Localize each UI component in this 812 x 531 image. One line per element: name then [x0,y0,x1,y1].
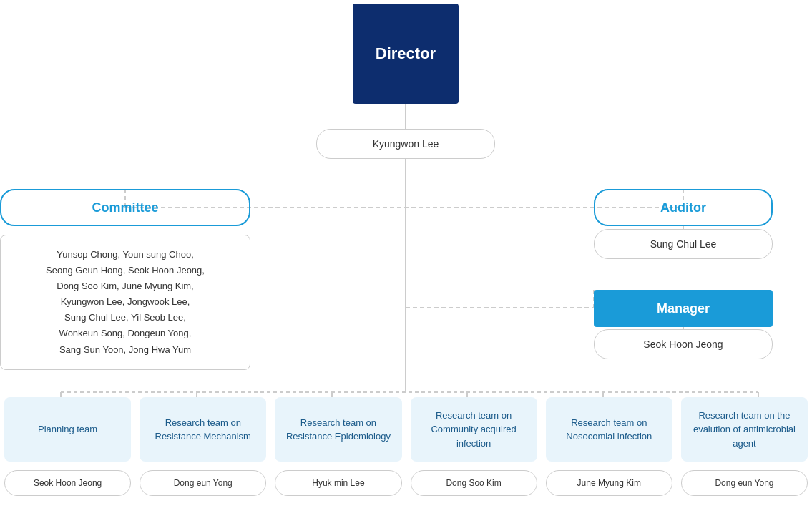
kyungwon-name: Kyungwon Lee [373,138,439,150]
committee-label: Committee [92,200,158,215]
team-column-planning: Planning team Seok Hoon Jeong [0,397,135,496]
director-title: Director [376,44,436,63]
committee-members: Yunsop Chong, Youn sung Choo,Seong Geun … [46,249,205,355]
team-person-planning: Seok Hoon Jeong [4,470,131,496]
team-column-community: Research team on Community acquired infe… [406,397,542,496]
team-column-nosocomial: Research team on Nosocomial infection Ju… [542,397,677,496]
team-title-resistance-epidemiology: Research team on Resistance Epidemiology [275,397,401,462]
team-container: Planning team Seok Hoon Jeong Research t… [0,397,812,496]
auditor-box: Auditor [594,189,773,226]
auditor-label: Auditor [660,200,706,215]
auditor-person: Sung Chul Lee [650,238,717,250]
manager-label: Manager [657,301,710,316]
team-column-resistance-mechanism: Research team on Resistance Mechanism Do… [135,397,270,496]
team-title-community: Research team on Community acquired infe… [411,397,537,462]
org-chart: Director Kyungwon Lee Committee Yunsop C… [0,0,812,531]
team-person-resistance-epidemiology: Hyuk min Lee [275,470,401,496]
director-box: Director [353,4,459,104]
team-column-resistance-epidemiology: Research team on Resistance Epidemiology… [270,397,406,496]
team-column-antimicrobial: Research team on the evalution of antimi… [677,397,812,496]
team-title-antimicrobial: Research team on the evalution of antimi… [681,397,808,462]
manager-box: Manager [594,290,773,327]
manager-person-box: Seok Hoon Jeong [594,329,773,359]
sung-chul-box: Sung Chul Lee [594,229,773,259]
manager-person: Seok Hoon Jeong [643,338,723,350]
team-person-resistance-mechanism: Dong eun Yong [140,470,266,496]
team-title-resistance-mechanism: Research team on Resistance Mechanism [140,397,266,462]
team-title-nosocomial: Research team on Nosocomial infection [546,397,672,462]
team-person-nosocomial: June Myung Kim [546,470,672,496]
committee-box: Committee [0,189,250,226]
team-person-community: Dong Soo Kim [411,470,537,496]
kyungwon-box: Kyungwon Lee [316,129,495,159]
team-person-antimicrobial: Dong eun Yong [681,470,808,496]
committee-members-box: Yunsop Chong, Youn sung Choo,Seong Geun … [0,235,250,370]
team-title-planning: Planning team [4,397,131,462]
